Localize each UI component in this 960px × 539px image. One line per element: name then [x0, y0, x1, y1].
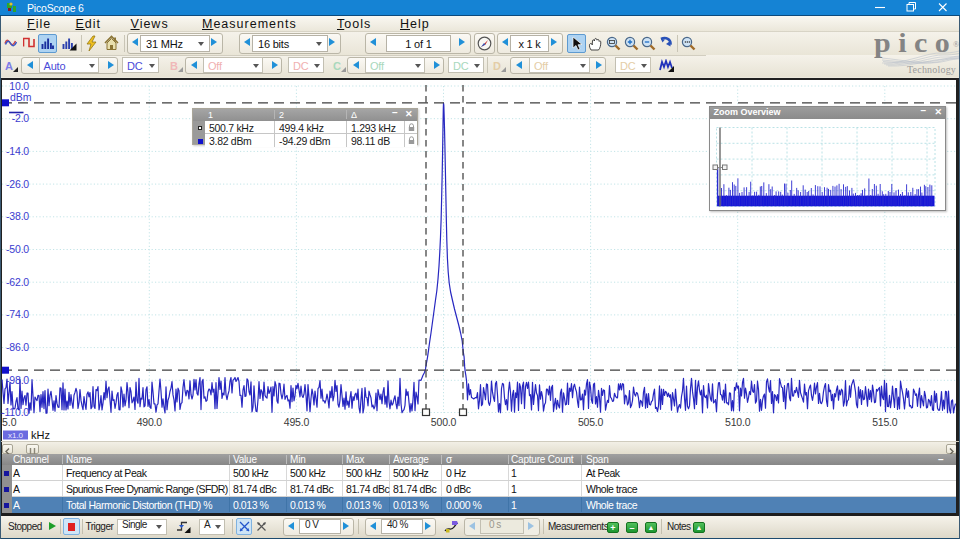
svg-text:-62.0: -62.0 — [6, 276, 29, 288]
svg-text:-50.0: -50.0 — [6, 243, 29, 255]
svg-text:-74.0: -74.0 — [6, 308, 29, 320]
svg-text:-86.0: -86.0 — [6, 341, 29, 353]
svg-text:5.0: 5.0 — [2, 416, 17, 428]
svg-text:490.0: 490.0 — [137, 416, 163, 428]
svg-text:-14.0: -14.0 — [6, 145, 29, 157]
svg-text:515.0: 515.0 — [872, 416, 898, 428]
svg-text:dBm: dBm — [10, 91, 32, 103]
svg-text:kHz: kHz — [31, 429, 50, 441]
svg-text:510.0: 510.0 — [725, 416, 751, 428]
svg-text:500.0: 500.0 — [431, 416, 457, 428]
svg-text:10.0: 10.0 — [9, 80, 29, 92]
svg-text:505.0: 505.0 — [578, 416, 604, 428]
svg-text:x1.0: x1.0 — [8, 431, 24, 440]
svg-text:-26.0: -26.0 — [6, 178, 29, 190]
svg-text:-2.0: -2.0 — [12, 112, 30, 124]
svg-text:495.0: 495.0 — [284, 416, 310, 428]
svg-text:-38.0: -38.0 — [6, 210, 29, 222]
